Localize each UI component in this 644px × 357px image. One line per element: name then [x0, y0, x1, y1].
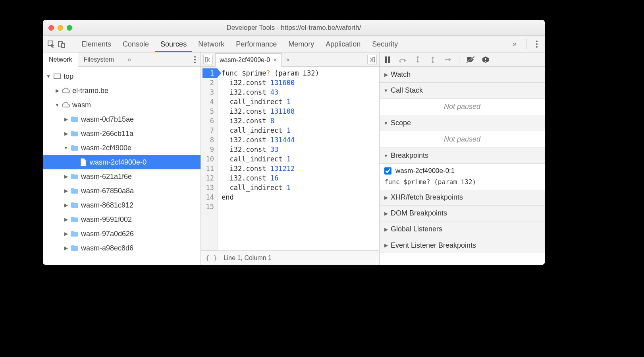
code-line — [222, 202, 319, 211]
tree-wasm[interactable]: ▼wasm — [43, 98, 201, 112]
maximize-window-button[interactable] — [67, 25, 72, 31]
breakpoints-section-header[interactable]: ▼ Breakpoints — [380, 148, 545, 164]
breakpoint-marker[interactable]: 1 — [202, 68, 217, 78]
line-number[interactable]: 10 — [202, 154, 214, 164]
tree-item-label: wasm-67850a8a — [81, 187, 134, 195]
tree-folder[interactable]: ▶wasm-266cb11a — [43, 126, 201, 141]
line-number[interactable]: 2 — [202, 78, 214, 87]
code-editor[interactable]: 123456789101112131415 func $prime? (para… — [201, 67, 379, 250]
tree-frame-top[interactable]: ▼top — [43, 69, 201, 83]
tree-item-label: wasm — [72, 101, 91, 109]
pause-on-exceptions-button[interactable] — [482, 56, 490, 64]
event-section-header[interactable]: ▶ Event Listener Breakpoints — [380, 237, 545, 253]
line-number[interactable]: 13 — [202, 183, 214, 192]
inspect-element-icon[interactable] — [47, 40, 56, 49]
event-section-label: Event Listener Breakpoints — [391, 241, 476, 250]
tree-folder[interactable]: ▶wasm-8681c912 — [43, 198, 201, 212]
panel-tab-performance[interactable]: Performance — [230, 36, 282, 52]
panel-tab-elements[interactable]: Elements — [76, 36, 117, 52]
pretty-print-button[interactable]: { } — [206, 254, 217, 262]
tree-item-icon — [71, 187, 79, 194]
tree-item-icon — [71, 144, 79, 151]
line-number[interactable]: 11 — [202, 164, 214, 173]
line-number[interactable]: 3 — [202, 87, 214, 97]
toolbar-separator — [526, 39, 526, 49]
close-window-button[interactable] — [48, 25, 54, 31]
panel-tab-sources[interactable]: Sources — [155, 36, 192, 52]
dom-section-header[interactable]: ▶ DOM Breakpoints — [380, 206, 545, 221]
line-number[interactable]: 14 — [202, 192, 214, 202]
breakpoint-item[interactable]: wasm-2cf4900e-0:1 — [380, 164, 545, 178]
panel-tab-network[interactable]: Network — [193, 36, 230, 52]
settings-menu-button[interactable] — [533, 41, 541, 48]
scope-section-label: Scope — [391, 119, 411, 127]
tree-folder[interactable]: ▶wasm-9591f002 — [43, 212, 201, 227]
minimize-window-button[interactable] — [58, 25, 63, 31]
disclosure-icon: ▶ — [64, 188, 68, 194]
navigator-panel: Network Filesystem » ▼top▶el-tramo.be▼wa… — [43, 52, 201, 265]
line-number[interactable]: 12 — [202, 173, 214, 183]
step-out-button[interactable] — [429, 56, 437, 64]
global-section-header[interactable]: ▶ Global Listeners — [380, 221, 545, 237]
deactivate-breakpoints-button[interactable] — [467, 56, 474, 64]
line-number[interactable]: 5 — [202, 107, 214, 116]
tree-file-selected[interactable]: wasm-2cf4900e-0 — [43, 155, 201, 169]
step-over-button[interactable] — [399, 56, 407, 64]
device-toolbar-icon[interactable] — [57, 40, 66, 49]
editor-file-tab-label: wasm-2cf4900e-0 — [220, 56, 270, 64]
panel-tab-security[interactable]: Security — [366, 36, 403, 52]
chevron-right-icon: ▶ — [384, 243, 388, 248]
step-into-button[interactable] — [414, 56, 422, 64]
xhr-section-label: XHR/fetch Breakpoints — [391, 193, 463, 202]
code-line: func $prime? (param i32) — [222, 68, 319, 78]
tree-folder[interactable]: ▶wasm-621a1f6e — [43, 169, 201, 184]
tree-item-icon — [71, 244, 79, 252]
xhr-section-header[interactable]: ▶ XHR/fetch Breakpoints — [380, 190, 545, 206]
tree-item-icon — [71, 230, 79, 237]
tree-folder[interactable]: ▼wasm-2cf4900e — [43, 141, 201, 155]
tree-item-label: wasm-a98ec8d6 — [81, 244, 133, 252]
callstack-section-header[interactable]: ▼ Call Stack — [380, 83, 545, 99]
tree-item-icon — [62, 87, 70, 94]
panel-tab-application[interactable]: Application — [320, 36, 366, 52]
code-line: call_indirect 1 — [222, 126, 319, 135]
tree-item-label: el-tramo.be — [72, 87, 108, 95]
tree-folder[interactable]: ▶wasm-a98ec8d6 — [43, 241, 201, 255]
tree-folder[interactable]: ▶wasm-67850a8a — [43, 184, 201, 198]
line-number[interactable]: 4 — [202, 97, 214, 107]
disclosure-icon: ▶ — [64, 131, 68, 136]
nav-forward-button[interactable] — [367, 55, 377, 64]
navigator-tabs-overflow[interactable]: » — [122, 52, 137, 66]
pause-button[interactable] — [384, 56, 391, 64]
line-gutter[interactable]: 123456789101112131415 — [201, 67, 218, 250]
tabs-overflow-button[interactable]: » — [509, 40, 520, 48]
navigator-menu-button[interactable] — [189, 52, 201, 66]
navigator-tab-filesystem[interactable]: Filesystem — [78, 52, 120, 66]
code-content[interactable]: func $prime? (param i32) i32.const 13160… — [218, 67, 323, 250]
line-number[interactable]: 15 — [202, 202, 214, 211]
line-number[interactable]: 6 — [202, 116, 214, 126]
close-tab-icon[interactable]: × — [273, 56, 277, 64]
breakpoint-checkbox[interactable] — [384, 167, 391, 175]
nav-back-button[interactable] — [203, 55, 213, 64]
step-button[interactable] — [444, 56, 452, 64]
dom-section-label: DOM Breakpoints — [391, 209, 447, 217]
panel-tab-memory[interactable]: Memory — [283, 36, 320, 52]
line-number[interactable]: 8 — [202, 135, 214, 145]
navigator-tab-network[interactable]: Network — [43, 52, 78, 67]
chevron-right-icon: ▶ — [384, 195, 388, 200]
panel-tab-console[interactable]: Console — [117, 36, 154, 52]
svg-rect-14 — [485, 58, 486, 60]
scope-section-header[interactable]: ▼ Scope — [380, 115, 545, 131]
line-number[interactable]: 9 — [202, 145, 214, 154]
editor-tabs-overflow[interactable]: » — [284, 56, 292, 63]
tree-folder[interactable]: ▶wasm-0d7b15ae — [43, 112, 201, 126]
disclosure-icon: ▶ — [64, 217, 68, 222]
tree-domain[interactable]: ▶el-tramo.be — [43, 83, 201, 98]
tree-item-icon — [71, 202, 79, 209]
editor-panel: wasm-2cf4900e-0 × » 12345678910111213141… — [201, 52, 380, 265]
watch-section-header[interactable]: ▶ Watch — [380, 67, 545, 83]
tree-folder[interactable]: ▶wasm-97a0d626 — [43, 227, 201, 241]
editor-file-tab[interactable]: wasm-2cf4900e-0 × — [215, 53, 282, 67]
line-number[interactable]: 7 — [202, 126, 214, 135]
